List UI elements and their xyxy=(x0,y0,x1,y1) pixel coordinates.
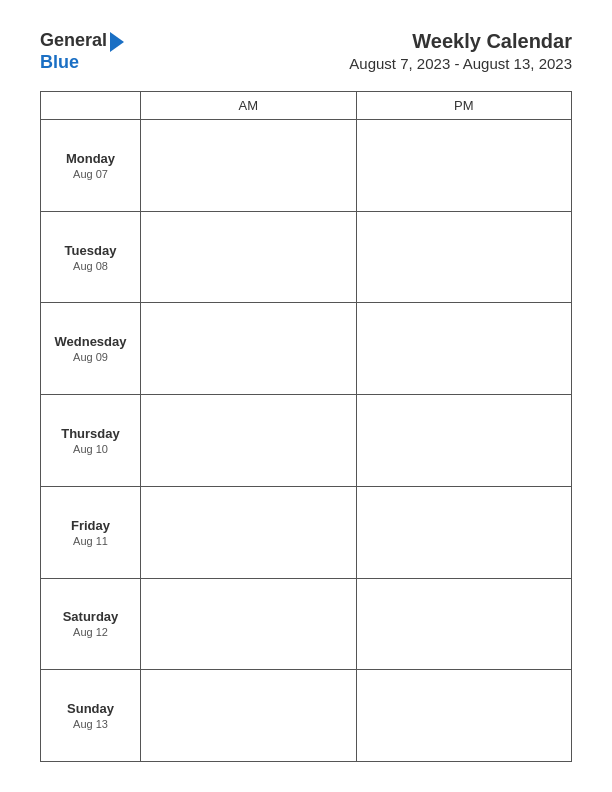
day-cell-5: Saturday Aug 12 xyxy=(41,578,141,670)
day-name-2: Wednesday xyxy=(45,334,136,349)
am-cell-2 xyxy=(141,303,357,395)
pm-cell-1 xyxy=(356,211,572,303)
date-range: August 7, 2023 - August 13, 2023 xyxy=(349,55,572,72)
day-date-0: Aug 07 xyxy=(45,168,136,180)
col-header-day xyxy=(41,92,141,120)
day-cell-4: Friday Aug 11 xyxy=(41,486,141,578)
col-header-pm: PM xyxy=(356,92,572,120)
day-cell-2: Wednesday Aug 09 xyxy=(41,303,141,395)
day-date-5: Aug 12 xyxy=(45,626,136,638)
table-row: Wednesday Aug 09 xyxy=(41,303,572,395)
pm-cell-5 xyxy=(356,578,572,670)
table-row: Sunday Aug 13 xyxy=(41,670,572,762)
pm-cell-4 xyxy=(356,486,572,578)
logo: General Blue xyxy=(40,30,124,73)
day-name-5: Saturday xyxy=(45,609,136,624)
day-name-3: Thursday xyxy=(45,426,136,441)
day-name-1: Tuesday xyxy=(45,243,136,258)
day-name-0: Monday xyxy=(45,151,136,166)
pm-cell-0 xyxy=(356,120,572,212)
day-cell-1: Tuesday Aug 08 xyxy=(41,211,141,303)
table-row: Saturday Aug 12 xyxy=(41,578,572,670)
title-block: Weekly Calendar August 7, 2023 - August … xyxy=(349,30,572,72)
am-cell-3 xyxy=(141,395,357,487)
table-row: Friday Aug 11 xyxy=(41,486,572,578)
logo-triangle-icon xyxy=(110,32,124,52)
day-date-6: Aug 13 xyxy=(45,718,136,730)
logo-text-blue: Blue xyxy=(40,52,124,73)
page: General Blue Weekly Calendar August 7, 2… xyxy=(0,0,612,792)
pm-cell-2 xyxy=(356,303,572,395)
day-cell-0: Monday Aug 07 xyxy=(41,120,141,212)
calendar-title: Weekly Calendar xyxy=(349,30,572,53)
header: General Blue Weekly Calendar August 7, 2… xyxy=(40,30,572,73)
am-cell-6 xyxy=(141,670,357,762)
col-header-am: AM xyxy=(141,92,357,120)
pm-cell-3 xyxy=(356,395,572,487)
day-cell-6: Sunday Aug 13 xyxy=(41,670,141,762)
day-date-1: Aug 08 xyxy=(45,260,136,272)
day-cell-3: Thursday Aug 10 xyxy=(41,395,141,487)
table-row: Monday Aug 07 xyxy=(41,120,572,212)
am-cell-0 xyxy=(141,120,357,212)
am-cell-5 xyxy=(141,578,357,670)
day-name-6: Sunday xyxy=(45,701,136,716)
am-cell-1 xyxy=(141,211,357,303)
calendar-table: AM PM Monday Aug 07 Tuesday Aug 08 Wedne… xyxy=(40,91,572,762)
table-row: Tuesday Aug 08 xyxy=(41,211,572,303)
pm-cell-6 xyxy=(356,670,572,762)
am-cell-4 xyxy=(141,486,357,578)
table-row: Thursday Aug 10 xyxy=(41,395,572,487)
day-date-3: Aug 10 xyxy=(45,443,136,455)
day-date-4: Aug 11 xyxy=(45,535,136,547)
day-date-2: Aug 09 xyxy=(45,351,136,363)
day-name-4: Friday xyxy=(45,518,136,533)
logo-text-general: General xyxy=(40,31,107,51)
table-header-row: AM PM xyxy=(41,92,572,120)
